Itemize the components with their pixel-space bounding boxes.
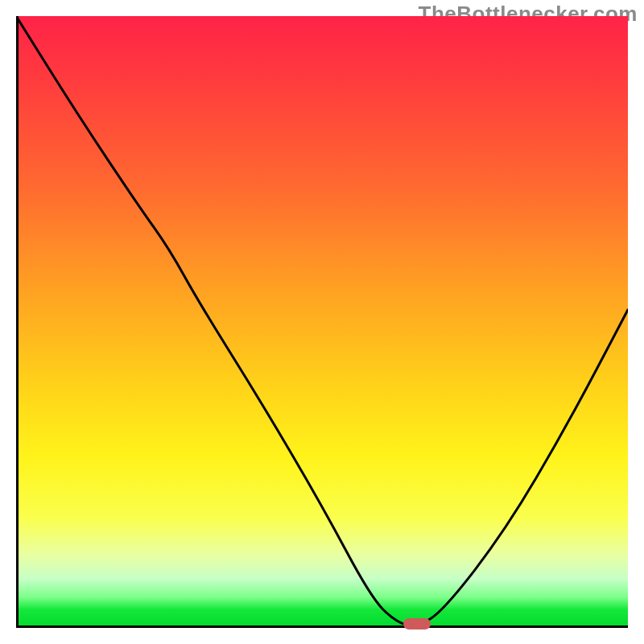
bottleneck-curve-svg [16,16,628,628]
optimal-marker [403,618,431,630]
bottleneck-curve-path [16,16,628,625]
plot-area [16,16,628,628]
chart-container: TheBottlenecker.com [0,0,644,644]
